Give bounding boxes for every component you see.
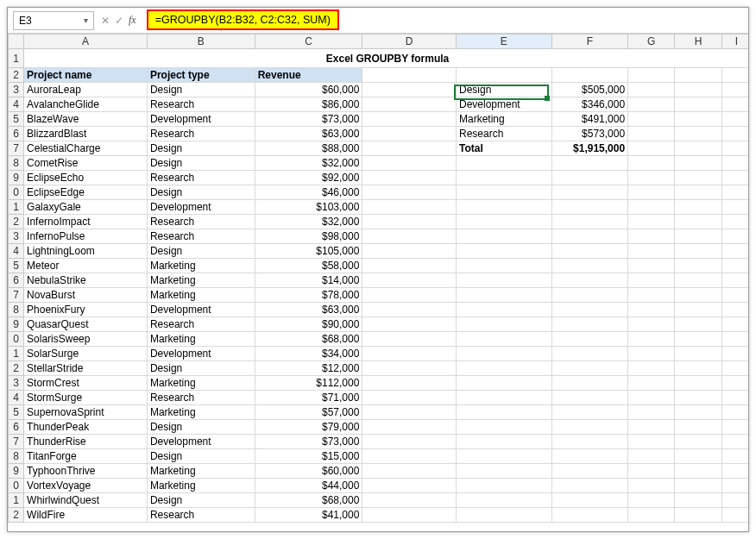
cell-H[interactable] — [675, 127, 721, 141]
cell-G[interactable] — [628, 449, 675, 464]
cell-project-name[interactable]: SolarisSweep — [24, 332, 148, 347]
cell-H[interactable] — [675, 508, 721, 523]
cell-F[interactable] — [551, 171, 628, 185]
cell-E[interactable] — [456, 493, 551, 508]
cell-I[interactable] — [721, 391, 748, 405]
rowhdr-r20[interactable]: 3 — [9, 376, 24, 391]
cell-G[interactable] — [628, 405, 675, 420]
cell-G[interactable] — [628, 493, 675, 508]
cell-project-name[interactable]: GalaxyGale — [24, 200, 148, 215]
cell-H[interactable] — [675, 97, 721, 112]
result-label[interactable]: Research — [456, 127, 551, 141]
cell-D[interactable] — [362, 435, 457, 449]
colhdr-H[interactable]: H — [675, 34, 721, 49]
cell-project-type[interactable]: Marketing — [147, 332, 255, 347]
cell-F[interactable] — [551, 376, 628, 391]
cell-F[interactable] — [551, 508, 628, 523]
rowhdr-r10[interactable]: 3 — [9, 229, 24, 244]
cell-H[interactable] — [675, 405, 721, 420]
rowhdr-r7[interactable]: 0 — [9, 185, 24, 200]
cell-project-type[interactable]: Marketing — [147, 288, 255, 303]
rowhdr-r16[interactable]: 9 — [9, 317, 24, 332]
page-title[interactable]: Excel GROUPBY formula — [24, 49, 748, 68]
rowhdr-r18[interactable]: 1 — [9, 347, 24, 361]
cell-project-name[interactable]: ThunderPeak — [24, 420, 148, 435]
rowhdr-r23[interactable]: 6 — [9, 420, 24, 435]
cell-H[interactable] — [675, 259, 721, 273]
cell-revenue[interactable]: $46,000 — [255, 185, 362, 200]
cell-G[interactable] — [628, 508, 675, 523]
header-project-type[interactable]: Project type — [147, 68, 255, 83]
cell-H2[interactable] — [675, 68, 721, 83]
fx-icon[interactable]: fx — [129, 14, 136, 27]
cell-project-type[interactable]: Design — [147, 361, 255, 376]
cell-D[interactable] — [362, 317, 457, 332]
cell-D[interactable] — [362, 244, 457, 259]
cell-H[interactable] — [675, 288, 721, 303]
cell-revenue[interactable]: $41,000 — [255, 508, 362, 523]
cell-H[interactable] — [675, 332, 721, 347]
cell-D[interactable] — [362, 376, 457, 391]
cell-I[interactable] — [721, 273, 748, 288]
cell-D[interactable] — [362, 97, 457, 112]
cell-F[interactable] — [551, 215, 628, 229]
cell-I[interactable] — [721, 420, 748, 435]
cell-project-type[interactable]: Design — [147, 156, 255, 171]
cell-G[interactable] — [628, 229, 675, 244]
cell-H[interactable] — [675, 112, 721, 127]
cell-D[interactable] — [362, 479, 457, 493]
cell-revenue[interactable]: $63,000 — [255, 127, 362, 141]
cell-F[interactable] — [551, 229, 628, 244]
colhdr-G[interactable]: G — [628, 34, 675, 49]
cell-I[interactable] — [721, 141, 748, 156]
cell-project-type[interactable]: Development — [147, 435, 255, 449]
cell-project-name[interactable]: StellarStride — [24, 361, 148, 376]
cell-project-name[interactable]: WildFire — [24, 508, 148, 523]
cell-D[interactable] — [362, 508, 457, 523]
cell-E[interactable] — [456, 391, 551, 405]
cell-revenue[interactable]: $32,000 — [255, 156, 362, 171]
cell-project-name[interactable]: NovaBurst — [24, 288, 148, 303]
cell-I[interactable] — [721, 229, 748, 244]
cell-project-name[interactable]: InfernoPulse — [24, 229, 148, 244]
cell-D[interactable] — [362, 185, 457, 200]
cell-D[interactable] — [362, 332, 457, 347]
cell-project-name[interactable]: TitanForge — [24, 449, 148, 464]
rowhdr-r3[interactable]: 6 — [9, 127, 24, 141]
cell-H[interactable] — [675, 420, 721, 435]
colhdr-C[interactable]: C — [255, 34, 362, 49]
cell-H[interactable] — [675, 317, 721, 332]
cell-E[interactable] — [456, 156, 551, 171]
cell-revenue[interactable]: $71,000 — [255, 391, 362, 405]
cell-project-name[interactable]: SolarSurge — [24, 347, 148, 361]
cell-I[interactable] — [721, 259, 748, 273]
cell-H[interactable] — [675, 171, 721, 185]
result-label[interactable]: Design — [456, 83, 551, 97]
rowhdr-r9[interactable]: 2 — [9, 215, 24, 229]
cell-E[interactable] — [456, 259, 551, 273]
cell-D[interactable] — [362, 83, 457, 97]
cell-G[interactable] — [628, 259, 675, 273]
rowhdr-r14[interactable]: 7 — [9, 288, 24, 303]
cell-H[interactable] — [675, 479, 721, 493]
cell-F[interactable] — [551, 259, 628, 273]
cell-project-type[interactable]: Design — [147, 185, 255, 200]
cell-revenue[interactable]: $14,000 — [255, 273, 362, 288]
cell-E[interactable] — [456, 273, 551, 288]
formula-input-wrap[interactable]: =GROUPBY(B2:B32, C2:C32, SUM) — [143, 11, 743, 30]
cell-E[interactable] — [456, 420, 551, 435]
cell-project-name[interactable]: ThunderRise — [24, 435, 148, 449]
result-value[interactable]: $573,000 — [551, 127, 628, 141]
cell-project-type[interactable]: Design — [147, 493, 255, 508]
cell-project-name[interactable]: Meteor — [24, 259, 148, 273]
rowhdr-r28[interactable]: 1 — [9, 493, 24, 508]
cell-I[interactable] — [721, 112, 748, 127]
cell-project-type[interactable]: Design — [147, 83, 255, 97]
rowhdr-r5[interactable]: 8 — [9, 156, 24, 171]
cell-revenue[interactable]: $86,000 — [255, 97, 362, 112]
rowhdr-r8[interactable]: 1 — [9, 200, 24, 215]
cell-H[interactable] — [675, 229, 721, 244]
cell-G[interactable] — [628, 273, 675, 288]
cell-I[interactable] — [721, 405, 748, 420]
cell-revenue[interactable]: $32,000 — [255, 215, 362, 229]
